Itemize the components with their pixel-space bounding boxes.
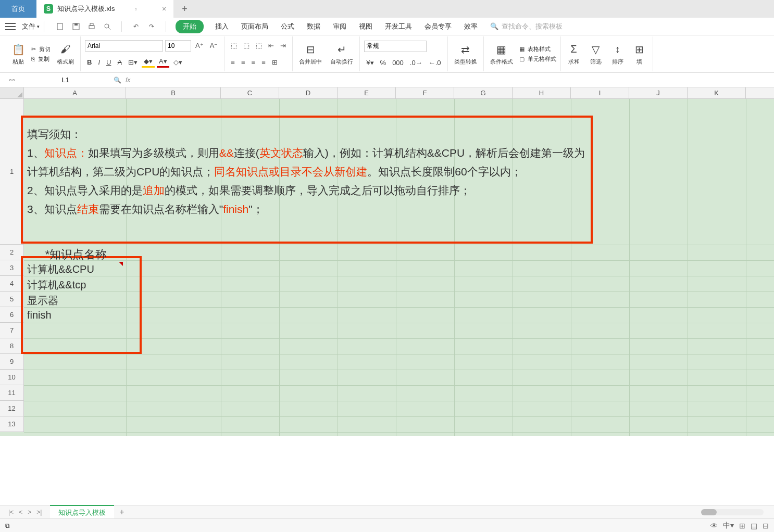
dec-inc-icon[interactable]: .0→ (408, 58, 425, 68)
cell-A4[interactable]: 计算机&&tcp (25, 277, 88, 293)
percent-icon[interactable]: % (378, 58, 389, 68)
eye-icon[interactable]: 👁 (710, 522, 718, 530)
cell-A1-notice[interactable]: 填写须知： 1、知识点：如果填写为多级模式，则用&&连接(英文状态输入)，例如：… (21, 116, 593, 244)
row-10[interactable]: 10 (0, 370, 24, 385)
cell-grid[interactable]: 填写须知： 1、知识点：如果填写为多级模式，则用&&连接(英文状态输入)，例如：… (24, 99, 774, 436)
view-normal-icon[interactable]: ⊞ (739, 522, 745, 530)
col-A[interactable]: A (24, 87, 126, 98)
row-9[interactable]: 9 (0, 354, 24, 370)
cond-format-button[interactable]: ▦条件格式 (488, 42, 515, 67)
qat-preview-icon[interactable] (103, 22, 112, 31)
col-G[interactable]: G (454, 87, 513, 98)
tab-devtools[interactable]: 开发工具 (384, 20, 413, 33)
number-format-select[interactable] (364, 41, 427, 52)
col-I[interactable]: I (571, 87, 629, 98)
close-icon[interactable]: × (162, 5, 166, 13)
wrap-button[interactable]: ↵自动换行 (328, 42, 355, 67)
sheet-nav-last-icon[interactable]: >| (36, 509, 42, 516)
namebox-handle[interactable] (0, 79, 24, 81)
format-painter-button[interactable]: 🖌 格式刷 (55, 42, 76, 67)
orientation-icon[interactable]: ⊞ (270, 57, 280, 67)
qat-undo-icon[interactable]: ↶ (131, 22, 141, 31)
indent-inc-icon[interactable]: ⇥ (278, 41, 288, 50)
name-box[interactable] (24, 75, 107, 85)
clear-format-icon[interactable]: ◇▾ (171, 57, 184, 67)
font-color-icon[interactable]: A▾ (157, 56, 169, 68)
qat-new-icon[interactable] (56, 22, 65, 31)
fx-icon[interactable]: fx (126, 77, 130, 84)
copy-button[interactable]: ⎘复制 (31, 55, 51, 63)
tab-efficiency[interactable]: 效率 (463, 20, 479, 33)
row-13[interactable]: 13 (0, 416, 24, 432)
col-K[interactable]: K (688, 87, 746, 98)
strike-icon[interactable]: A (115, 57, 124, 67)
new-tab-button[interactable]: + (173, 0, 196, 18)
cell-A3[interactable]: 计算机&&CPU (25, 261, 96, 277)
font-grow-icon[interactable]: A⁺ (193, 41, 206, 50)
font-size-select[interactable] (165, 40, 191, 52)
align-top-icon[interactable]: ⬚ (229, 41, 239, 50)
align-bottom-icon[interactable]: ⬚ (254, 41, 264, 50)
col-H[interactable]: H (513, 87, 571, 98)
tab-start[interactable]: 开始 (176, 20, 204, 33)
cell-A6[interactable]: finish (25, 308, 54, 322)
qat-redo-icon[interactable]: ↷ (147, 22, 156, 31)
cell-A2[interactable]: *知识点名称 (25, 246, 127, 263)
bold-icon[interactable]: B (85, 57, 94, 67)
table-style-button[interactable]: ▦表格样式 (519, 45, 556, 53)
align-center-icon[interactable]: ≡ (239, 57, 247, 67)
tab-insert[interactable]: 插入 (214, 20, 230, 33)
sheet-nav-first-icon[interactable]: |< (8, 509, 14, 516)
cell-A5[interactable]: 显示器 (25, 293, 60, 309)
sheet-nav-prev-icon[interactable]: < (19, 509, 22, 516)
type-convert-button[interactable]: ⇄类型转换 (452, 42, 479, 67)
merge-center-button[interactable]: ⊟合并居中 (297, 42, 324, 67)
tab-member[interactable]: 会员专享 (423, 20, 453, 33)
zh-icon[interactable]: 中▾ (723, 521, 734, 530)
tab-detach-icon[interactable]: ▫ (135, 5, 138, 13)
tab-data[interactable]: 数据 (306, 20, 321, 33)
italic-icon[interactable]: I (96, 57, 102, 67)
fx-search-icon[interactable]: 🔍 (114, 77, 121, 84)
col-C[interactable]: C (221, 87, 279, 98)
col-B[interactable]: B (126, 87, 221, 98)
sheet-tab-active[interactable]: 知识点导入模板 (50, 505, 114, 520)
sort-button[interactable]: ↕排序 (609, 42, 627, 67)
tab-current-file[interactable]: S 知识点导入模板.xls ▫ × (36, 0, 173, 18)
command-search[interactable]: 🔍 查找命令、搜索模板 (490, 22, 563, 31)
indent-dec-icon[interactable]: ⇤ (266, 41, 276, 50)
align-left-icon[interactable]: ≡ (229, 57, 237, 67)
sum-button[interactable]: Σ求和 (565, 42, 583, 67)
col-J[interactable]: J (629, 87, 688, 98)
tab-formula[interactable]: 公式 (280, 20, 295, 33)
cell-style-button[interactable]: ▢单元格样式 (519, 55, 556, 63)
font-name-select[interactable] (85, 40, 163, 52)
tab-review[interactable]: 审阅 (332, 20, 347, 33)
sheet-nav-next-icon[interactable]: > (28, 509, 31, 516)
align-middle-icon[interactable]: ⬚ (241, 41, 252, 50)
col-F[interactable]: F (396, 87, 454, 98)
col-E[interactable]: E (338, 87, 396, 98)
paste-button[interactable]: 📋 粘贴 (9, 42, 27, 67)
tab-pagelayout[interactable]: 页面布局 (240, 20, 269, 33)
row-11[interactable]: 11 (0, 385, 24, 401)
align-justify-icon[interactable]: ≡ (259, 57, 268, 67)
fill-color-icon[interactable]: ◆▾ (142, 56, 155, 68)
horizontal-scrollbar[interactable] (701, 509, 764, 515)
status-ready-icon[interactable]: ⧉ (5, 522, 10, 529)
row-12[interactable]: 12 (0, 401, 24, 416)
currency-icon[interactable]: ¥▾ (364, 58, 376, 68)
comma-icon[interactable]: 000 (390, 58, 406, 68)
tab-view[interactable]: 视图 (358, 20, 373, 33)
border-icon[interactable]: ⊞▾ (126, 57, 140, 67)
add-sheet-button[interactable]: + (114, 508, 129, 517)
font-shrink-icon[interactable]: A⁻ (208, 41, 220, 50)
menu-file[interactable]: 文件▾ (22, 22, 40, 31)
qat-print-icon[interactable] (87, 22, 96, 31)
underline-icon[interactable]: U (104, 57, 113, 67)
hamburger-icon[interactable] (5, 23, 16, 30)
filter-button[interactable]: ▽筛选 (587, 42, 605, 67)
dec-dec-icon[interactable]: ←.0 (427, 58, 443, 68)
select-all-corner[interactable] (0, 87, 24, 98)
tab-home[interactable]: 首页 (0, 0, 36, 18)
